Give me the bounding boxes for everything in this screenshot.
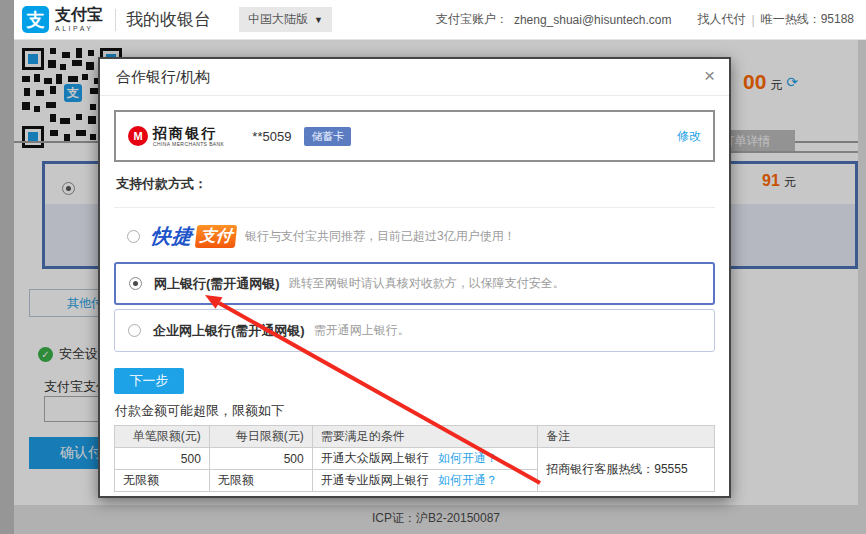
- cell-remark: 招商银行客服热线：95555: [538, 448, 715, 492]
- header-bar: 支 支付宝 ALIPAY 我的收银台 中国大陆版 ▼ 支付宝账户： zheng_…: [14, 0, 866, 40]
- bank-name-en: CHINA MERCHANTS BANK: [153, 142, 224, 147]
- header-remarks: 备注: [538, 426, 715, 448]
- selected-bank-box: M 招商银行 CHINA MERCHANTS BANK **5059 储蓄卡 修…: [114, 110, 715, 162]
- dialog-title-divider: [100, 95, 729, 96]
- table-row: 500 500 开通大众版网上银行 如何开通？ 招商银行客服热线：95555: [115, 448, 715, 470]
- alipay-logo-glyph: 支: [27, 8, 45, 32]
- header-divider: [115, 9, 116, 31]
- next-step-label: 下一步: [130, 372, 169, 390]
- option-quick-pay[interactable]: 快捷 支付 银行与支付宝共同推荐，目前已超过3亿用户使用！: [114, 215, 715, 258]
- cell-condition-2: 开通专业版网上银行 如何开通？: [312, 470, 538, 492]
- header-conditions: 需要满足的条件: [312, 426, 538, 448]
- quick-pay-desc: 银行与支付宝共同推荐，目前已超过3亿用户使用！: [245, 228, 516, 245]
- cell-per-tx-2: 无限额: [115, 470, 210, 492]
- card-type-badge: 储蓄卡: [304, 127, 351, 146]
- next-step-button[interactable]: 下一步: [114, 368, 184, 394]
- online-banking-label: 网上银行(需开通网银): [154, 275, 280, 293]
- limits-table: 单笔限额(元) 每日限额(元) 需要满足的条件 备注 500 500 开通大众版…: [114, 425, 715, 492]
- chevron-down-icon: ▼: [314, 15, 323, 25]
- condition-text-2: 开通专业版网上银行: [321, 473, 429, 487]
- cell-daily-2: 无限额: [209, 470, 312, 492]
- hotline-label: 唯一热线：95188: [761, 11, 854, 28]
- cell-condition-1: 开通大众版网上银行 如何开通？: [312, 448, 538, 470]
- quick-pay-logo: 快捷 支付: [150, 223, 238, 250]
- payment-methods-divider: [114, 207, 715, 208]
- partner-banks-dialog: 合作银行/机构 × M 招商银行 CHINA MERCHANTS BANK **…: [98, 57, 731, 498]
- pay-for-other-link[interactable]: 找人代付: [698, 11, 746, 28]
- region-version-dropdown[interactable]: 中国大陆版 ▼: [239, 7, 332, 32]
- cmb-logo-icon: M: [128, 126, 148, 146]
- alipay-logo-text: 支付宝 ALIPAY: [55, 7, 103, 32]
- header-account-area: 支付宝账户： zheng_shuai@hisuntech.com 找人代付 | …: [436, 11, 854, 28]
- cmb-bank-logo: M 招商银行 CHINA MERCHANTS BANK: [128, 126, 224, 147]
- dialog-title: 合作银行/机构: [116, 68, 210, 87]
- close-icon[interactable]: ×: [704, 63, 715, 90]
- page-title: 我的收银台: [126, 8, 211, 31]
- how-to-open-link-1[interactable]: 如何开通？: [438, 451, 498, 465]
- edit-bank-link[interactable]: 修改: [677, 128, 701, 145]
- option-corporate-banking[interactable]: 企业网上银行(需开通网银) 需开通网上银行。: [114, 309, 715, 352]
- payment-methods-label: 支持付款方式：: [116, 175, 207, 193]
- quick-pay-logo-blue: 快捷: [150, 223, 195, 250]
- how-to-open-link-2[interactable]: 如何开通？: [438, 473, 498, 487]
- radio-quick-pay[interactable]: [127, 230, 140, 243]
- cell-daily-1: 500: [209, 448, 312, 470]
- header-daily-limit: 每日限额(元): [209, 426, 312, 448]
- quick-pay-logo-orange: 支付: [195, 225, 237, 248]
- alipay-name-en: ALIPAY: [55, 25, 103, 32]
- option-online-banking[interactable]: 网上银行(需开通网银) 跳转至网银时请认真核对收款方，以保障支付安全。: [114, 262, 715, 305]
- header-per-tx-limit: 单笔限额(元): [115, 426, 210, 448]
- corporate-banking-desc: 需开通网上银行。: [314, 322, 410, 339]
- radio-corporate-banking[interactable]: [128, 324, 141, 337]
- limits-note: 付款金额可能超限，限额如下: [115, 402, 284, 420]
- cell-per-tx-1: 500: [115, 448, 210, 470]
- card-number: **5059: [252, 129, 291, 144]
- condition-text-1: 开通大众版网上银行: [321, 451, 429, 465]
- header-text-separator: |: [752, 13, 755, 27]
- page-left-band: [0, 0, 14, 534]
- account-email: zheng_shuai@hisuntech.com: [514, 13, 672, 27]
- alipay-logo-icon: 支: [22, 6, 49, 33]
- online-banking-desc: 跳转至网银时请认真核对收款方，以保障支付安全。: [289, 275, 565, 292]
- account-label: 支付宝账户：: [436, 11, 508, 28]
- corporate-banking-label: 企业网上银行(需开通网银): [153, 322, 305, 340]
- table-header-row: 单笔限额(元) 每日限额(元) 需要满足的条件 备注: [115, 426, 715, 448]
- bank-name-cn: 招商银行: [153, 126, 224, 140]
- region-version-label: 中国大陆版: [248, 11, 308, 28]
- radio-online-banking[interactable]: [129, 277, 142, 290]
- alipay-name-cn: 支付宝: [55, 7, 103, 23]
